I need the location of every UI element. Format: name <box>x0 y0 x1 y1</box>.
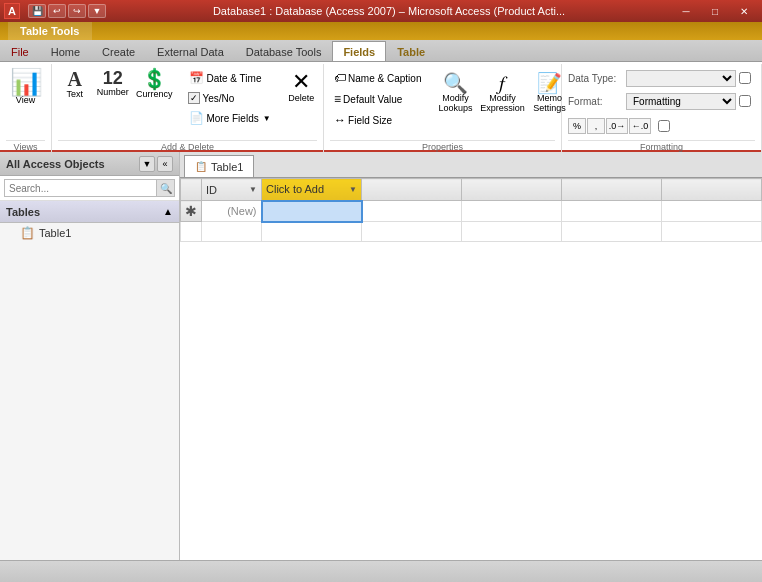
empty-col-2 <box>462 179 562 201</box>
save-quick-btn[interactable]: 💾 <box>28 4 46 18</box>
delete-label: Delete <box>288 94 314 104</box>
more-fields-button[interactable]: 📄 More Fields ▼ <box>185 108 274 128</box>
nav-item-table1[interactable]: 📋 Table1 <box>0 223 179 243</box>
tab-create[interactable]: Create <box>91 41 146 61</box>
close-btn[interactable]: ✕ <box>730 0 758 22</box>
table1-icon: 📋 <box>20 226 35 240</box>
nav-collapse-btn[interactable]: « <box>157 156 173 172</box>
empty-col-1 <box>362 179 462 201</box>
empty-data-4 <box>662 201 762 222</box>
tab-bar: 📋 Table1 <box>180 152 762 178</box>
undo-btn[interactable]: ↩ <box>48 4 66 18</box>
tab-database-tools[interactable]: Database Tools <box>235 41 333 61</box>
status-bar <box>0 560 762 582</box>
title-bar-actions: 💾 ↩ ↪ ▼ <box>28 4 106 18</box>
table-tools-bar: Table Tools <box>0 22 762 40</box>
format-checkbox2[interactable] <box>658 120 670 132</box>
empty-row1-b <box>462 222 562 242</box>
format-dropdown[interactable]: Formatting <box>626 93 736 110</box>
ribbon-group-views: 📊 View Views <box>0 64 52 154</box>
modify-expression-icon: 𝑓 <box>499 73 505 93</box>
comma-button[interactable]: , <box>587 118 605 134</box>
percent-button[interactable]: % <box>568 118 586 134</box>
tab-table[interactable]: Table <box>386 41 436 61</box>
row-header-col <box>181 179 202 201</box>
empty-row1-d <box>662 222 762 242</box>
empty-row1-c <box>562 222 662 242</box>
table-tools-label: Table Tools <box>8 22 92 40</box>
default-value-button[interactable]: ≡ Default Value <box>330 89 425 109</box>
yesno-checkbox[interactable]: ✓ <box>188 92 200 104</box>
modify-expression-label: Modify Expression <box>480 94 525 114</box>
title-bar: A 💾 ↩ ↪ ▼ Database1 : Database (Access 2… <box>0 0 762 22</box>
name-caption-button[interactable]: 🏷 Name & Caption <box>330 68 425 88</box>
id-column-header[interactable]: ID ▼ <box>202 179 262 201</box>
data-type-dropdown[interactable] <box>626 70 736 87</box>
empty-row1-sel <box>181 222 202 242</box>
ribbon-group-add-delete: A Text 12 Number 💲 Currency 📅 <box>52 64 324 154</box>
nav-search-input[interactable] <box>4 179 157 197</box>
ribbon-tabs: File Home Create External Data Database … <box>0 40 762 62</box>
customize-btn[interactable]: ▼ <box>88 4 106 18</box>
format-checkbox[interactable] <box>739 95 751 107</box>
modify-lookups-button[interactable]: 🔍 Modify Lookups <box>433 70 477 117</box>
memo-settings-icon: 📝 <box>537 73 562 93</box>
nav-search-icon[interactable]: 🔍 <box>157 179 175 197</box>
tab-external-data[interactable]: External Data <box>146 41 235 61</box>
id-col-dropdown-arrow[interactable]: ▼ <box>249 185 257 194</box>
number-label: Number <box>97 88 129 98</box>
app-logo: A <box>4 3 20 19</box>
format-label: Format: <box>568 96 623 107</box>
nav-header-buttons: ▼ « <box>139 156 173 172</box>
tab-fields[interactable]: Fields <box>332 41 386 61</box>
data-type-checkbox1[interactable] <box>739 72 751 84</box>
main-area: 📋 Table1 ID ▼ <box>180 152 762 560</box>
yesno-button[interactable]: ✓ Yes/No <box>185 89 274 107</box>
datetime-label: Date & Time <box>206 73 261 84</box>
empty-col-3 <box>562 179 662 201</box>
text-icon: A <box>67 69 81 89</box>
click-to-add-dropdown-arrow[interactable]: ▼ <box>349 185 357 194</box>
text-button[interactable]: A Text <box>58 66 91 103</box>
delete-button[interactable]: ✕ Delete <box>285 68 317 107</box>
memo-settings-label: Memo Settings <box>533 94 566 114</box>
text-label: Text <box>66 90 83 100</box>
view-icon: 📊 <box>10 69 42 95</box>
empty-data-3 <box>562 201 662 222</box>
number-button[interactable]: 12 Number <box>94 66 131 101</box>
id-cell: (New) <box>202 201 262 222</box>
nav-tables-label: Tables <box>6 206 40 218</box>
field-size-icon: ↔ <box>334 113 346 127</box>
increase-decimal-button[interactable]: .0→ <box>606 118 628 134</box>
name-caption-label: Name & Caption <box>348 73 421 84</box>
add-delete-group-label: Add & Delete <box>58 140 317 152</box>
format-buttons-row: % , .0→ ←.0 <box>568 116 670 136</box>
nav-search-bar: 🔍 <box>0 176 179 201</box>
ribbon: 📊 View Views A Text 12 Number <box>0 62 762 152</box>
restore-btn[interactable]: □ <box>701 0 729 22</box>
datetime-button[interactable]: 📅 Date & Time <box>185 68 274 88</box>
nav-tables-section[interactable]: Tables ▲ <box>0 201 179 223</box>
nav-panel: All Access Objects ▼ « 🔍 Tables ▲ 📋 Tabl… <box>0 152 180 560</box>
tab-file[interactable]: File <box>0 41 40 61</box>
row-selector: ✱ <box>181 201 202 222</box>
click-to-add-header[interactable]: Click to Add ▼ <box>262 179 362 201</box>
table-row: ✱ (New) <box>181 201 762 222</box>
yesno-label: Yes/No <box>202 93 234 104</box>
field-size-button[interactable]: ↔ Field Size <box>330 110 425 130</box>
new-value-cell[interactable] <box>262 201 362 222</box>
document-tab-table1[interactable]: 📋 Table1 <box>184 155 254 177</box>
empty-row1-id <box>202 222 262 242</box>
redo-btn[interactable]: ↪ <box>68 4 86 18</box>
nav-dropdown-btn[interactable]: ▼ <box>139 156 155 172</box>
tab-home[interactable]: Home <box>40 41 91 61</box>
view-button[interactable]: 📊 View <box>6 66 45 109</box>
decrease-decimal-button[interactable]: ←.0 <box>629 118 651 134</box>
currency-icon: 💲 <box>142 69 167 89</box>
currency-button[interactable]: 💲 Currency <box>134 66 175 103</box>
data-type-row: Data Type: <box>568 68 751 88</box>
datetime-icon: 📅 <box>189 71 204 85</box>
modify-expression-button[interactable]: 𝑓 Modify Expression <box>479 70 525 117</box>
minimize-btn[interactable]: ─ <box>672 0 700 22</box>
number-icon: 12 <box>103 69 123 87</box>
